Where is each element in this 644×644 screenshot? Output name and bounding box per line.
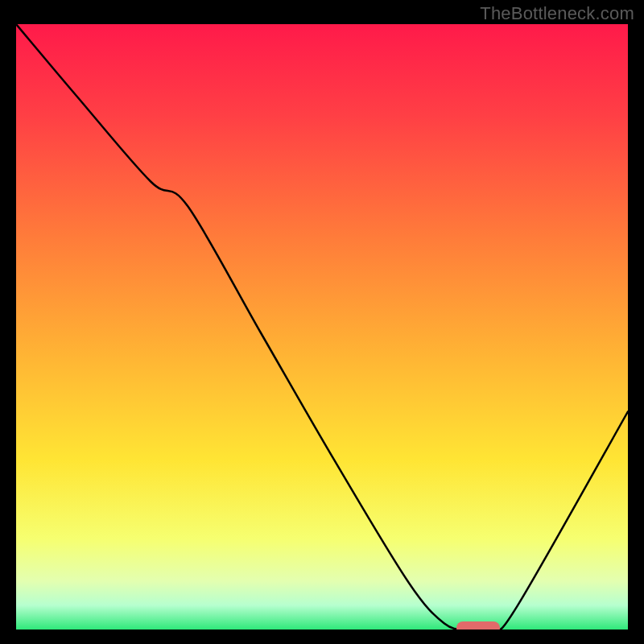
plot-area <box>16 24 628 630</box>
watermark-text: TheBottleneck.com <box>480 3 634 24</box>
chart-canvas <box>16 24 628 630</box>
gradient-background <box>16 24 628 630</box>
chart-frame: TheBottleneck.com <box>0 0 644 644</box>
optimum-marker <box>456 621 500 630</box>
